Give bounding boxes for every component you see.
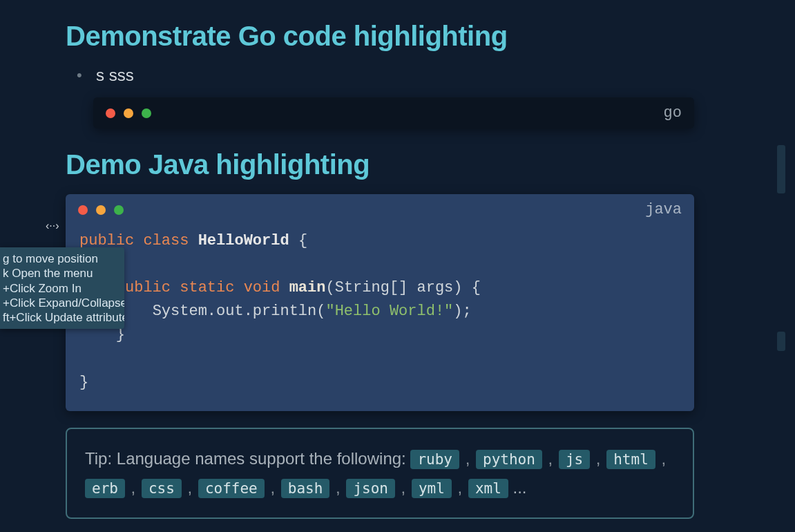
separator: , <box>396 478 410 497</box>
tooltip-line: ft+Click Update attribute <box>3 310 119 325</box>
language-pill: js <box>559 450 590 469</box>
code-titlebar: java <box>66 194 694 225</box>
language-label: go <box>664 104 682 122</box>
heading-go[interactable]: Demonstrate Go code highlighting <box>66 21 694 52</box>
go-bullet-list: s sss <box>66 66 694 85</box>
separator: , <box>126 478 140 497</box>
tooltip-line: k Open the menu <box>3 266 119 281</box>
separator: , <box>591 449 605 468</box>
separator: , <box>453 478 467 497</box>
tip-prefix: Tip: Language names support the followin… <box>85 449 410 468</box>
tooltip-line: g to move position <box>3 251 119 266</box>
separator: , <box>183 478 197 497</box>
language-pill: ruby <box>410 450 459 469</box>
window-close-icon[interactable] <box>106 108 115 118</box>
scrollbar[interactable] <box>777 0 785 532</box>
helper-tooltip: g to move positionk Open the menu+Click … <box>0 247 124 329</box>
separator: , <box>331 478 345 497</box>
language-pill: python <box>476 450 542 469</box>
window-maximize-icon[interactable] <box>114 205 124 215</box>
list-item: s sss <box>81 66 694 85</box>
separator: , <box>266 478 280 497</box>
window-minimize-icon[interactable] <box>96 205 106 215</box>
code-block-go: go <box>93 97 694 129</box>
traffic-lights <box>78 205 124 215</box>
scroll-thumb[interactable] <box>777 332 785 351</box>
window-close-icon[interactable] <box>78 205 88 215</box>
scroll-thumb[interactable] <box>777 145 785 193</box>
separator: , <box>657 449 666 468</box>
tooltip-line: +Click Zoom In <box>3 281 119 296</box>
language-pill: yml <box>412 479 452 498</box>
language-pill: json <box>346 479 395 498</box>
window-minimize-icon[interactable] <box>124 108 133 118</box>
language-pill: xml <box>468 479 508 498</box>
code-block-java: java public class HelloWorld { public st… <box>66 194 694 411</box>
language-label: java <box>645 201 682 218</box>
tooltip-line: +Click Expand/Collapse <box>3 296 119 310</box>
language-pill: erb <box>85 479 125 498</box>
heading-java[interactable]: Demo Java highlighting <box>66 149 694 180</box>
language-pill: html <box>606 450 655 469</box>
traffic-lights <box>106 108 151 118</box>
code-titlebar: go <box>93 97 694 129</box>
language-pill: coffee <box>198 479 265 498</box>
separator: , <box>461 449 475 468</box>
language-pill: bash <box>281 479 330 498</box>
tip-suffix: ... <box>508 478 527 497</box>
window-maximize-icon[interactable] <box>142 108 151 118</box>
language-pill: css <box>142 479 182 498</box>
tip-callout: Tip: Language names support the followin… <box>66 428 694 519</box>
code-body-java[interactable]: public class HelloWorld { public static … <box>66 225 694 411</box>
resize-handle-icon[interactable]: ‹··› <box>46 220 59 232</box>
separator: , <box>544 449 557 468</box>
